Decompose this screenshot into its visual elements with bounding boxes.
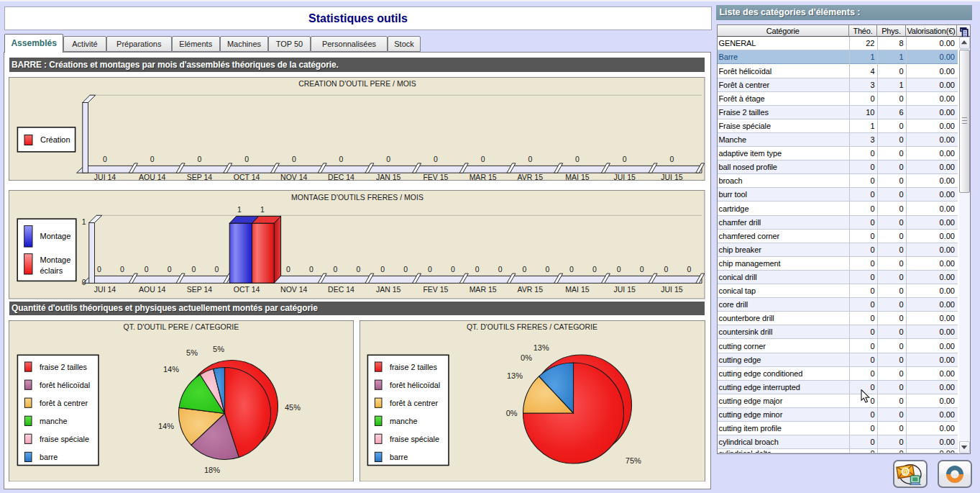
svg-text:barre: barre xyxy=(390,453,408,461)
svg-text:DEC 14: DEC 14 xyxy=(328,285,354,294)
svg-text:0: 0 xyxy=(191,265,196,273)
svg-text:0: 0 xyxy=(292,154,296,163)
svg-text:JAN 15: JAN 15 xyxy=(376,173,401,181)
svg-text:0: 0 xyxy=(339,154,344,163)
svg-text:0: 0 xyxy=(592,265,597,273)
svg-text:JUI 15: JUI 15 xyxy=(614,173,636,181)
svg-text:@: @ xyxy=(901,466,910,476)
svg-text:0: 0 xyxy=(545,265,549,273)
svg-text:forêt hélicoïdal: forêt hélicoïdal xyxy=(40,381,90,389)
svg-text:AOU 14: AOU 14 xyxy=(139,285,166,294)
svg-text:0: 0 xyxy=(380,265,385,273)
svg-text:0: 0 xyxy=(214,265,219,273)
svg-text:0: 0 xyxy=(687,265,691,273)
svg-text:0: 0 xyxy=(617,265,621,273)
svg-text:0: 0 xyxy=(357,265,361,273)
svg-text:fraise spéciale: fraise spéciale xyxy=(390,435,439,443)
svg-text:0: 0 xyxy=(82,278,86,286)
svg-text:13%: 13% xyxy=(533,343,549,352)
svg-text:fraise 2 tailles: fraise 2 tailles xyxy=(390,363,438,371)
svg-text:5%: 5% xyxy=(186,348,198,357)
svg-text:SEP 14: SEP 14 xyxy=(187,285,213,294)
svg-text:MAR 15: MAR 15 xyxy=(470,285,497,294)
svg-text:manche: manche xyxy=(390,417,417,425)
svg-text:1: 1 xyxy=(82,217,86,226)
svg-text:0%: 0% xyxy=(521,353,532,361)
svg-text:MAR 15: MAR 15 xyxy=(470,173,497,181)
svg-text:FEV 15: FEV 15 xyxy=(423,285,448,294)
svg-text:13%: 13% xyxy=(507,371,523,379)
svg-text:0: 0 xyxy=(386,154,390,163)
svg-text:NOV 14: NOV 14 xyxy=(280,285,308,294)
svg-text:Montage: Montage xyxy=(40,255,71,264)
svg-text:JUI 15: JUI 15 xyxy=(614,285,636,294)
svg-text:0: 0 xyxy=(103,154,107,163)
svg-text:0: 0 xyxy=(150,154,155,163)
svg-text:OCT 14: OCT 14 xyxy=(234,285,260,294)
svg-text:0: 0 xyxy=(120,265,124,273)
svg-text:5%: 5% xyxy=(213,344,224,353)
svg-text:0: 0 xyxy=(97,265,101,273)
svg-text:SEP 14: SEP 14 xyxy=(187,173,213,181)
svg-text:fraise spéciale: fraise spéciale xyxy=(40,435,89,443)
svg-text:0: 0 xyxy=(522,265,526,273)
svg-text:0: 0 xyxy=(434,154,438,163)
svg-text:OCT 14: OCT 14 xyxy=(234,173,260,181)
svg-text:45%: 45% xyxy=(285,403,301,412)
svg-text:0: 0 xyxy=(403,265,408,273)
svg-text:manche: manche xyxy=(40,417,67,425)
svg-text:NOV 14: NOV 14 xyxy=(280,173,308,181)
svg-text:éclairs: éclairs xyxy=(40,266,63,275)
svg-text:MONTAGE D'OUTILS FRERES / MOIS: MONTAGE D'OUTILS FRERES / MOIS xyxy=(291,193,423,202)
svg-text:0: 0 xyxy=(640,265,644,273)
svg-text:forêt à centrer: forêt à centrer xyxy=(40,399,88,407)
svg-text:0: 0 xyxy=(286,265,290,273)
svg-text:14%: 14% xyxy=(158,421,174,430)
svg-text:0: 0 xyxy=(481,154,485,163)
svg-text:Création: Création xyxy=(40,135,70,144)
svg-text:QT. D'OUTILS FRERES / CATEGORI: QT. D'OUTILS FRERES / CATEGORIE xyxy=(467,322,597,331)
svg-text:AVR 15: AVR 15 xyxy=(518,173,544,181)
svg-text:forêt à centrer: forêt à centrer xyxy=(390,399,439,407)
svg-text:0: 0 xyxy=(664,265,668,273)
svg-text:0: 0 xyxy=(623,154,627,163)
svg-text:1: 1 xyxy=(237,205,242,214)
svg-text:MAI 15: MAI 15 xyxy=(565,285,589,294)
svg-text:forêt hélicoïdal: forêt hélicoïdal xyxy=(390,381,440,389)
svg-text:fraise 2 tailles: fraise 2 tailles xyxy=(40,363,88,371)
svg-text:0%: 0% xyxy=(506,408,518,417)
svg-text:CREATION D'OUTIL PERE / MOIS: CREATION D'OUTIL PERE / MOIS xyxy=(298,79,416,88)
svg-text:AVR 15: AVR 15 xyxy=(518,285,544,294)
svg-text:JUI 15: JUI 15 xyxy=(661,285,683,294)
svg-text:75%: 75% xyxy=(626,456,641,464)
svg-text:0: 0 xyxy=(197,154,201,163)
svg-text:0: 0 xyxy=(451,265,455,273)
svg-text:QT. D'OUTIL PERE / CATEGORIE: QT. D'OUTIL PERE / CATEGORIE xyxy=(124,322,239,331)
svg-text:AOU 14: AOU 14 xyxy=(139,173,166,181)
svg-text:DEC 14: DEC 14 xyxy=(328,173,354,181)
svg-text:MAI 15: MAI 15 xyxy=(565,173,589,181)
svg-text:JUI 14: JUI 14 xyxy=(94,173,116,181)
svg-text:JUI 14: JUI 14 xyxy=(94,285,116,294)
svg-text:14%: 14% xyxy=(163,365,179,374)
svg-text:18%: 18% xyxy=(204,465,220,474)
svg-text:0: 0 xyxy=(334,265,338,273)
svg-text:FEV 15: FEV 15 xyxy=(423,173,448,181)
svg-text:JAN 15: JAN 15 xyxy=(376,285,401,294)
svg-text:0: 0 xyxy=(498,265,503,273)
svg-text:JUI 15: JUI 15 xyxy=(661,173,683,181)
svg-text:Montage: Montage xyxy=(40,232,71,240)
svg-text:0: 0 xyxy=(475,265,480,273)
svg-text:0: 0 xyxy=(309,265,313,273)
svg-text:1: 1 xyxy=(260,205,265,214)
svg-text:0: 0 xyxy=(168,265,172,273)
svg-text:0: 0 xyxy=(528,154,532,163)
svg-text:0: 0 xyxy=(428,265,432,273)
svg-text:0: 0 xyxy=(669,154,674,163)
svg-text:0: 0 xyxy=(244,154,249,163)
svg-text:barre: barre xyxy=(40,453,58,461)
svg-text:0: 0 xyxy=(569,265,574,273)
svg-text:0: 0 xyxy=(575,154,580,163)
svg-text:0: 0 xyxy=(145,265,149,273)
